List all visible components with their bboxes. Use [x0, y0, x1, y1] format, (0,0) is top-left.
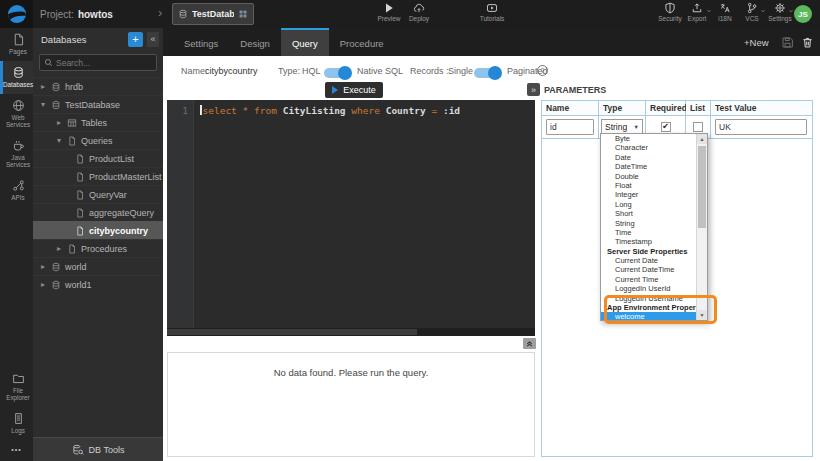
db-tools-button[interactable]: DB Tools — [33, 437, 163, 461]
deploy-button[interactable]: Deploy — [400, 2, 438, 27]
dropdown-scrollbar[interactable]: ▲ ▼ — [696, 134, 707, 320]
scroll-up-icon[interactable]: ▲ — [697, 134, 707, 144]
rail-item-apis[interactable]: APIs — [0, 174, 33, 207]
collapse-panel-button[interactable]: « — [147, 32, 159, 47]
test-value-input[interactable] — [715, 119, 807, 135]
tree-label: Tables — [81, 118, 107, 128]
wavemaker-logo[interactable] — [0, 0, 33, 28]
grid-icon[interactable] — [238, 9, 248, 19]
dropdown-option[interactable]: Short — [601, 209, 696, 218]
tree-label: ProductList — [89, 154, 134, 164]
tree-item-hrdb[interactable]: ▸ hrdb — [33, 77, 163, 95]
tree-item-queryvar[interactable]: QueryVar — [33, 185, 163, 203]
add-database-button[interactable]: + — [128, 32, 143, 47]
dropdown-option-welcome[interactable]: welcome — [601, 312, 696, 320]
search-input[interactable] — [56, 58, 152, 68]
caret-down-icon[interactable]: ▾ — [39, 100, 47, 109]
project-breadcrumb[interactable]: Project: howtos — [40, 0, 113, 28]
help-icon[interactable]: ? — [537, 65, 548, 76]
editor-hscrollbar[interactable] — [167, 328, 535, 336]
more-options-icon[interactable]: ••• — [0, 440, 33, 459]
tree-item-citybycountry[interactable]: citybycountry — [33, 221, 163, 239]
sql-editor[interactable]: 1 select * from CityListing where Countr… — [167, 100, 535, 336]
rail-item-logs[interactable]: Logs — [0, 407, 33, 440]
dropdown-group-app-environment: App Environment Properties — [601, 303, 696, 312]
caret-down-icon[interactable]: ▾ — [55, 136, 63, 145]
records-toggle[interactable] — [474, 68, 500, 78]
search-icon — [44, 58, 53, 67]
dropdown-option[interactable]: Float — [601, 181, 696, 190]
dropdown-option[interactable]: Byte — [601, 134, 696, 143]
tutorials-button[interactable]: Tutorials — [473, 2, 511, 27]
sql-code-line[interactable]: select * from CityListing where Country … — [200, 105, 460, 116]
caret-right-icon[interactable]: ▸ — [39, 262, 47, 271]
scroll-thumb[interactable] — [167, 329, 417, 335]
type-option-hql[interactable]: HQL — [302, 66, 321, 76]
dropdown-option[interactable]: Current DateTime — [601, 265, 696, 274]
caret-right-icon[interactable]: ▸ — [55, 244, 63, 253]
execute-button[interactable]: Execute — [325, 82, 383, 98]
col-name: Name — [542, 101, 599, 116]
dropdown-option[interactable]: DateTime — [601, 162, 696, 171]
logo-icon — [8, 5, 26, 23]
dropdown-option[interactable]: Date — [601, 153, 696, 162]
tree-item-tables[interactable]: ▸ Tables — [33, 113, 163, 131]
dropdown-option[interactable]: Timestamp — [601, 237, 696, 246]
type-toggle[interactable] — [324, 68, 350, 78]
type-option-nativesql[interactable]: Native SQL — [357, 66, 403, 76]
branch-icon — [746, 2, 758, 14]
dropdown-option[interactable]: Character — [601, 143, 696, 152]
tree-item-aggregatequery[interactable]: aggregateQuery — [33, 203, 163, 221]
tree-item-world[interactable]: ▸ world — [33, 257, 163, 275]
delete-icon[interactable] — [801, 35, 814, 48]
rail-item-file-explorer[interactable]: File Explorer — [0, 367, 33, 407]
folder-icon — [12, 372, 25, 385]
dropdown-option[interactable]: LoggedIn UserId — [601, 284, 696, 293]
dropdown-option[interactable]: String — [601, 219, 696, 228]
tab-settings[interactable]: Settings — [173, 28, 229, 56]
save-icon[interactable] — [781, 35, 794, 48]
database-icon — [51, 280, 61, 290]
required-checkbox[interactable]: ✔ — [661, 122, 671, 132]
tab-query[interactable]: Query — [281, 28, 329, 56]
dropdown-option[interactable]: Integer — [601, 190, 696, 199]
rail-item-pages[interactable]: Pages — [0, 28, 33, 61]
new-query-button[interactable]: +New — [744, 28, 769, 56]
dropdown-option[interactable]: Long — [601, 200, 696, 209]
records-option-single[interactable]: Single — [448, 66, 473, 76]
database-icon — [51, 262, 61, 272]
tree-item-queries[interactable]: ▾ Queries — [33, 131, 163, 149]
results-panel: No data found. Please run the query. — [167, 352, 535, 457]
tab-design[interactable]: Design — [229, 28, 281, 56]
tree-search[interactable] — [39, 54, 157, 71]
user-avatar[interactable]: JS — [794, 5, 812, 23]
play-icon — [383, 2, 395, 14]
tree-item-productmasterlist[interactable]: ProductMasterList — [33, 167, 163, 185]
collapse-editor-button[interactable] — [523, 338, 536, 349]
dropdown-option[interactable]: LoggedIn Username — [601, 294, 696, 303]
rail-item-java-services[interactable]: Java Services — [0, 134, 33, 174]
tree-item-world1[interactable]: ▸ world1 — [33, 275, 163, 293]
col-required: Required — [646, 101, 686, 116]
rail-item-databases[interactable]: Databases — [0, 61, 33, 94]
database-icon — [51, 100, 61, 110]
tree-item-productlist[interactable]: ProductList — [33, 149, 163, 167]
tree-item-testdatabase[interactable]: ▾ TestDatabase — [33, 95, 163, 113]
expand-parameters-button[interactable]: » — [527, 83, 540, 96]
dropdown-option[interactable]: Time — [601, 228, 696, 237]
dropdown-option[interactable]: Current Date — [601, 256, 696, 265]
open-service-tab[interactable]: TestDatabase — [172, 3, 254, 25]
scroll-down-icon[interactable]: ▼ — [697, 310, 707, 320]
dropdown-option[interactable]: Double — [601, 172, 696, 181]
tree-item-procedures[interactable]: ▸ Procedures — [33, 239, 163, 257]
caret-right-icon[interactable]: ▸ — [39, 280, 47, 289]
scroll-thumb[interactable] — [698, 146, 706, 228]
tab-procedure[interactable]: Procedure — [329, 28, 395, 56]
list-checkbox[interactable] — [693, 122, 703, 132]
dropdown-option[interactable]: Current Time — [601, 275, 696, 284]
caret-right-icon[interactable]: ▸ — [39, 82, 47, 91]
param-name-input[interactable] — [546, 119, 594, 135]
rail-item-web-services[interactable]: Web Services — [0, 94, 33, 134]
toggle-knob — [338, 66, 352, 80]
caret-right-icon[interactable]: ▸ — [55, 118, 63, 127]
